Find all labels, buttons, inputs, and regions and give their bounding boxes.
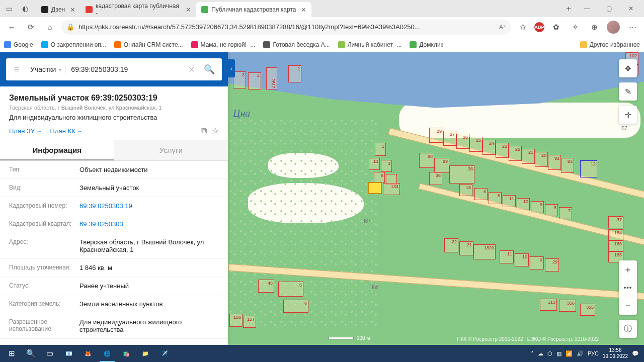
info-key: Кадастровый квартал:	[9, 220, 79, 228]
bookmark-favicon	[263, 41, 270, 48]
firefox-app[interactable]: 🦊	[78, 345, 98, 362]
star-outline-icon[interactable]: ☆	[212, 126, 219, 136]
bookmark-item[interactable]: Личный кабинет -...	[338, 41, 402, 48]
tab-info[interactable]: Информация	[0, 140, 114, 160]
translate-icon[interactable]: ⧉	[201, 126, 207, 136]
bookmark-label: Домклик	[419, 41, 443, 48]
battery-icon[interactable]: ▥	[556, 350, 561, 357]
search-icon[interactable]: 🔍	[200, 64, 219, 75]
bookmark-label: Готовая беседка А...	[273, 41, 330, 48]
extensions-icon[interactable]: ✿	[548, 20, 564, 35]
info-value: Объект недвижимости	[79, 166, 148, 173]
tab-close-icon[interactable]: ✕	[301, 6, 306, 14]
tab-actions-icon[interactable]: ▭	[2, 2, 16, 16]
tab-close-icon[interactable]: ✕	[186, 6, 191, 14]
info-key: Площадь уточненная:	[9, 264, 79, 272]
tab-title: кадастровая карта публичная -	[96, 3, 181, 17]
notifications-icon[interactable]: 💬	[632, 350, 639, 357]
menu-icon[interactable]: ≡	[9, 64, 24, 75]
start-button[interactable]: ⊞	[2, 345, 21, 362]
minimize-button[interactable]: ―	[576, 1, 598, 16]
clear-icon[interactable]: ✕	[185, 65, 198, 74]
bookmark-label: Онлайн CRM систе...	[124, 41, 183, 48]
zoom-reset-button[interactable]: •••	[619, 279, 637, 297]
search-input[interactable]	[68, 65, 183, 73]
locate-button[interactable]: ✛	[619, 106, 637, 124]
home-button[interactable]: ⌂	[42, 20, 57, 35]
taskbar-search-icon[interactable]: 🔍	[21, 345, 40, 362]
info-value: Тверская область, г Вышний Волочек, ул К…	[79, 238, 219, 253]
wifi-icon[interactable]: 📶	[566, 350, 573, 357]
collections-icon[interactable]: ⊕	[587, 20, 602, 35]
weather-icon[interactable]: ☁	[538, 350, 543, 357]
sidebar: ≡ Участки ▾ ✕ 🔍 Земельный участок 69:39:…	[0, 52, 228, 345]
mail-app[interactable]: 📧	[59, 345, 78, 362]
new-tab-button[interactable]: ＋	[561, 2, 576, 16]
plan-zu-link[interactable]: План ЗУ →	[9, 127, 42, 135]
taskbar-clock[interactable]: 13:5619.09.2022	[603, 347, 628, 359]
sound-icon[interactable]: 🔊	[577, 350, 584, 357]
window-titlebar: ▭ ◐ Дзен✕кадастровая карта публичная -✕П…	[0, 0, 644, 17]
refresh-button[interactable]: ⟳	[23, 20, 38, 35]
explorer-app[interactable]: 📁	[136, 345, 155, 362]
bookmark-favicon	[338, 41, 345, 48]
tray-chevron-icon[interactable]: ˄	[531, 350, 534, 357]
tab-close-icon[interactable]: ✕	[70, 6, 75, 14]
url-box[interactable]: 🔒 https://pkk.rosreestr.ru/#/search/57.5…	[61, 20, 511, 35]
zoom-in-button[interactable]: ＋	[619, 260, 637, 279]
info-row: Кадастровый квартал:69:39:0250303	[0, 215, 228, 233]
river-label: Цна	[233, 108, 250, 119]
measure-button[interactable]: ✎	[619, 82, 637, 101]
info-value[interactable]: 69:39:0250303:19	[79, 202, 132, 210]
search-wrap: ≡ Участки ▾ ✕ 🔍	[0, 52, 228, 86]
tab-services[interactable]: Услуги	[114, 140, 228, 160]
category-dropdown[interactable]: Участки ▾	[26, 65, 66, 73]
search-box: ≡ Участки ▾ ✕ 🔍	[6, 58, 222, 80]
onedrive-icon[interactable]: ⬡	[547, 350, 552, 357]
layers-button[interactable]: ❖	[619, 59, 637, 77]
quarter-label: I68	[372, 285, 379, 290]
bookmark-item[interactable]: О закреплении оп...	[41, 41, 106, 48]
bookmark-item[interactable]: Готовая беседка А...	[263, 41, 330, 48]
chevron-down-icon: ▾	[59, 67, 61, 72]
tab-title: Публичная кадастровая карта	[211, 6, 296, 13]
info-value[interactable]: 69:39:0250303	[79, 220, 123, 228]
collapse-sidebar-button[interactable]: ‹	[228, 59, 235, 77]
info-key: Статус:	[9, 282, 79, 290]
info-row: Вид:Земельный участок	[0, 179, 228, 197]
bookmark-favicon	[114, 41, 121, 48]
zoom-out-button[interactable]: −	[619, 297, 637, 315]
store-app[interactable]: 🛍️	[117, 345, 136, 362]
adblock-icon[interactable]: ABP	[534, 22, 544, 32]
plan-kk-link[interactable]: План КК →	[50, 127, 83, 135]
info-value: Для индивидуального жилищного строительс…	[79, 318, 219, 333]
edge-app[interactable]: 🌐	[98, 345, 117, 362]
info-key: Адрес:	[9, 238, 79, 253]
bookmark-item[interactable]: Онлайн CRM систе...	[114, 41, 183, 48]
close-window-button[interactable]: ✕	[620, 1, 642, 16]
favorites-icon[interactable]: ✧	[568, 20, 583, 35]
bookmark-label: О закреплении оп...	[51, 41, 106, 48]
bookmark-item[interactable]: Google	[4, 41, 33, 48]
tab-favicon	[86, 6, 93, 13]
browser-tab[interactable]: кадастровая карта публичная -✕	[80, 2, 196, 17]
map-viewport[interactable]: Цна 29 27 26 25 24 23 22 21 20 92 93 12 …	[228, 52, 644, 345]
more-menu-icon[interactable]: ⋯	[625, 20, 640, 35]
task-view-icon[interactable]: ▭	[40, 345, 59, 362]
favorite-star-icon[interactable]: ✩	[515, 20, 530, 35]
bookmark-item[interactable]: Домклик	[410, 41, 443, 48]
telegram-app[interactable]: ✈️	[155, 345, 174, 362]
reader-icon[interactable]: A⁺	[499, 24, 506, 31]
selected-parcel[interactable]	[368, 182, 382, 194]
profile-avatar[interactable]	[606, 20, 621, 35]
bookmarks-more[interactable]: Другое избранное	[580, 41, 640, 48]
maximize-button[interactable]: ▢	[598, 1, 620, 16]
workspace-icon[interactable]: ◐	[18, 2, 32, 16]
zoom-control: ＋ ••• −	[619, 260, 637, 315]
browser-tab[interactable]: Дзен✕	[36, 2, 80, 17]
lang-indicator[interactable]: РУС	[588, 350, 599, 356]
back-button[interactable]: ←	[4, 20, 19, 35]
browser-tab[interactable]: Публичная кадастровая карта✕	[196, 2, 311, 17]
info-button[interactable]: ⓘ	[619, 320, 637, 338]
bookmark-item[interactable]: Мама, не горюй! -...	[191, 41, 256, 48]
